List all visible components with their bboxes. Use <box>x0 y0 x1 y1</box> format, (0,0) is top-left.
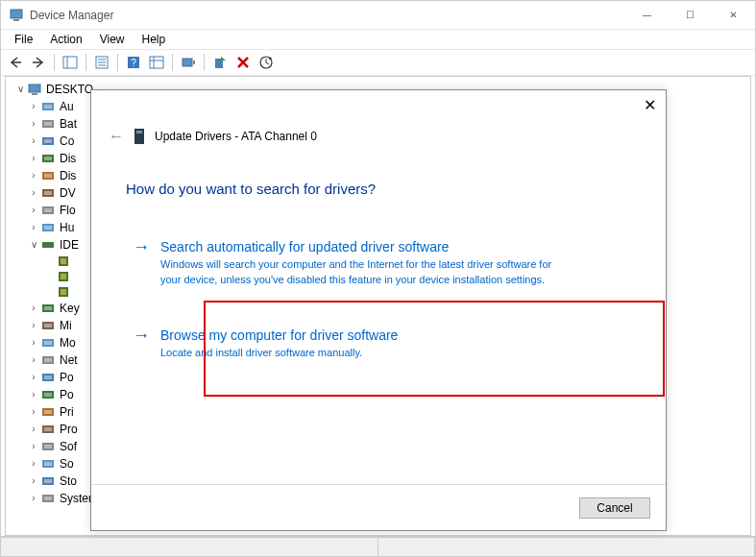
option-description: Windows will search your computer and th… <box>160 256 564 287</box>
caret-right-icon[interactable]: › <box>29 98 38 115</box>
svg-rect-45 <box>44 324 52 327</box>
update-driver-button[interactable] <box>178 52 199 73</box>
help-button[interactable]: ? <box>123 52 144 73</box>
dialog-heading: How do you want to search for drivers? <box>126 181 631 197</box>
statusbar <box>1 537 755 556</box>
dialog-close-button[interactable]: ✕ <box>644 96 656 114</box>
caret-right-icon[interactable]: › <box>29 403 38 421</box>
caret-right-icon[interactable]: › <box>29 317 38 334</box>
device-category-icon <box>40 220 56 235</box>
close-button[interactable]: ✕ <box>712 1 755 29</box>
chip-icon <box>56 284 71 300</box>
tree-node-label: Po <box>58 386 74 403</box>
device-category-icon <box>40 439 56 454</box>
caret-right-icon[interactable]: › <box>29 167 38 184</box>
caret-right-icon[interactable]: › <box>29 369 38 386</box>
caret-right-icon[interactable]: › <box>29 351 38 369</box>
device-category-icon <box>40 335 56 351</box>
svg-rect-39 <box>61 274 66 279</box>
tree-node-label: IDE <box>58 236 79 254</box>
menu-view[interactable]: View <box>92 31 133 48</box>
caret-right-icon[interactable]: › <box>29 334 38 351</box>
device-category-icon <box>40 168 56 183</box>
tree-node-label: Hu <box>58 219 74 236</box>
caret-right-icon[interactable]: › <box>29 150 38 167</box>
svg-rect-55 <box>44 410 52 414</box>
toolbar: ? <box>1 49 755 76</box>
option-search-automatically[interactable]: → Search automatically for updated drive… <box>126 230 631 295</box>
caret-right-icon[interactable]: › <box>29 455 38 472</box>
svg-rect-65 <box>44 496 52 500</box>
svg-rect-57 <box>44 427 52 431</box>
option-browse-computer[interactable]: → Browse my computer for driver software… <box>126 318 631 368</box>
caret-down-icon[interactable]: ∨ <box>29 236 38 254</box>
caret-right-icon[interactable]: › <box>29 202 38 219</box>
forward-button[interactable] <box>28 52 49 73</box>
cancel-button[interactable]: Cancel <box>579 497 650 519</box>
properties-button[interactable] <box>91 52 112 73</box>
svg-rect-53 <box>44 393 52 397</box>
caret-right-icon[interactable]: › <box>29 115 38 133</box>
svg-rect-67 <box>136 131 142 133</box>
tree-node-label: Pro <box>58 421 78 438</box>
caret-right-icon[interactable]: › <box>29 133 38 150</box>
arrow-right-icon: → <box>132 326 151 360</box>
svg-rect-37 <box>61 258 66 264</box>
minimize-button[interactable]: — <box>625 1 669 29</box>
tree-node-label: Po <box>58 369 74 386</box>
device-category-icon <box>40 318 56 333</box>
caret-right-icon[interactable]: › <box>29 472 38 490</box>
dialog-back-button[interactable]: ← <box>109 128 124 145</box>
device-category-icon <box>40 456 56 472</box>
uninstall-device-button[interactable] <box>232 52 254 73</box>
svg-rect-24 <box>44 139 52 143</box>
caret-right-icon[interactable]: › <box>29 184 38 202</box>
svg-rect-26 <box>44 157 52 160</box>
tree-node-label: Mo <box>58 334 76 351</box>
option-title: Search automatically for updated driver … <box>160 237 625 256</box>
menu-help[interactable]: Help <box>134 31 174 48</box>
tree-node-label: Dis <box>58 150 76 167</box>
option-description: Locate and install driver software manua… <box>160 345 564 360</box>
svg-text:?: ? <box>131 58 136 68</box>
chip-icon <box>56 269 71 284</box>
scan-hardware-button[interactable] <box>256 52 277 73</box>
tree-node-label: Flo <box>58 202 76 219</box>
tree-node-label: DV <box>58 184 76 202</box>
tree-node-label: Sto <box>58 472 77 490</box>
tree-node-label: Mi <box>58 317 72 334</box>
svg-rect-10 <box>150 57 163 68</box>
dialog-title: Update Drivers - ATA Channel 0 <box>155 130 317 143</box>
menu-action[interactable]: Action <box>42 31 89 48</box>
back-button[interactable] <box>5 52 26 73</box>
tree-root-label: DESKTO <box>44 81 93 98</box>
tree-node-label: Dis <box>58 167 76 184</box>
tree-node-label: Co <box>58 133 74 150</box>
svg-rect-22 <box>44 122 52 126</box>
caret-right-icon[interactable]: › <box>29 386 38 403</box>
svg-rect-49 <box>44 358 52 362</box>
tree-node-label: Net <box>58 351 78 369</box>
caret-right-icon[interactable]: › <box>29 490 38 507</box>
svg-rect-35 <box>42 242 54 248</box>
device-category-icon <box>40 133 56 149</box>
app-icon <box>9 8 24 23</box>
tree-node-label: So <box>58 455 74 472</box>
show-hide-tree-button[interactable] <box>60 52 81 73</box>
device-category-icon <box>40 404 56 420</box>
svg-rect-59 <box>44 445 52 448</box>
caret-right-icon[interactable]: › <box>29 219 38 236</box>
svg-rect-41 <box>61 289 66 295</box>
device-category-icon <box>40 352 56 368</box>
caret-down-icon[interactable]: ∨ <box>15 81 25 98</box>
maximize-button[interactable]: ☐ <box>669 1 712 29</box>
scan-button[interactable] <box>146 52 167 73</box>
caret-right-icon[interactable]: › <box>29 300 38 317</box>
menu-file[interactable]: File <box>7 31 40 48</box>
caret-right-icon[interactable]: › <box>29 438 38 455</box>
svg-rect-17 <box>29 85 40 92</box>
caret-right-icon[interactable]: › <box>29 421 38 438</box>
chip-icon <box>56 254 71 269</box>
enable-device-button[interactable] <box>209 52 231 73</box>
option-title: Browse my computer for driver software <box>160 326 625 345</box>
